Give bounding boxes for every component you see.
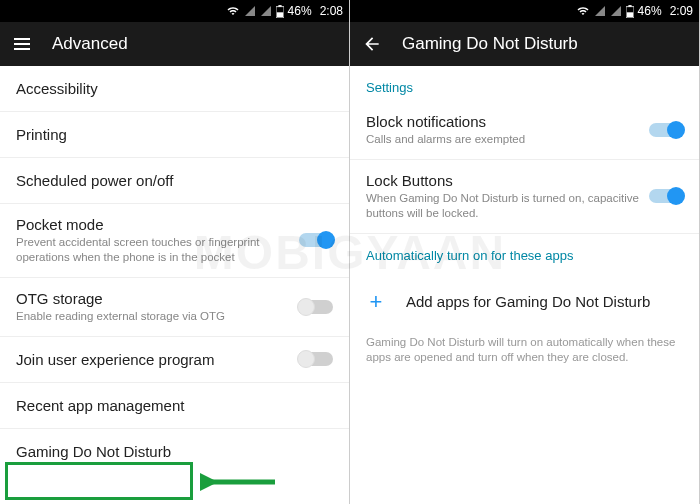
- menu-icon[interactable]: [12, 34, 32, 54]
- app-bar: Advanced: [0, 22, 349, 66]
- svg-rect-2: [276, 12, 282, 17]
- item-lock-buttons[interactable]: Lock ButtonsWhen Gaming Do Not Disturb i…: [350, 160, 699, 234]
- otg-switch[interactable]: [299, 300, 333, 314]
- item-recent-app[interactable]: Recent app management: [0, 383, 349, 429]
- battery-icon: [276, 5, 284, 18]
- battery-icon: [626, 5, 634, 18]
- item-accessibility[interactable]: Accessibility: [0, 66, 349, 112]
- add-apps-label: Add apps for Gaming Do Not Disturb: [406, 293, 650, 310]
- svg-rect-5: [626, 12, 632, 17]
- item-gaming-dnd[interactable]: Gaming Do Not Disturb: [0, 429, 349, 475]
- battery-percent: 46%: [638, 4, 662, 18]
- item-user-experience[interactable]: Join user experience program: [0, 337, 349, 383]
- left-screenshot: 46% 2:08 Advanced Accessibility Printing…: [0, 0, 350, 504]
- settings-list: Settings Block notificationsCalls and al…: [350, 66, 699, 504]
- arrow-annotation: [200, 470, 280, 494]
- lock-buttons-switch[interactable]: [649, 189, 683, 203]
- svg-rect-1: [278, 5, 281, 7]
- battery-percent: 46%: [288, 4, 312, 18]
- item-block-notifications[interactable]: Block notificationsCalls and alarms are …: [350, 101, 699, 160]
- app-bar-title: Gaming Do Not Disturb: [402, 34, 578, 54]
- svg-rect-4: [628, 5, 631, 7]
- wifi-icon: [226, 5, 240, 17]
- item-printing[interactable]: Printing: [0, 112, 349, 158]
- auto-turn-on-link[interactable]: Automatically turn on for these apps: [350, 234, 699, 273]
- app-bar: Gaming Do Not Disturb: [350, 22, 699, 66]
- settings-list: Accessibility Printing Scheduled power o…: [0, 66, 349, 504]
- app-bar-title: Advanced: [52, 34, 128, 54]
- section-header: Settings: [350, 66, 699, 101]
- status-bar: 46% 2:08: [0, 0, 349, 22]
- uep-switch[interactable]: [299, 352, 333, 366]
- item-scheduled-power[interactable]: Scheduled power on/off: [0, 158, 349, 204]
- footnote: Gaming Do Not Disturb will turn on autom…: [350, 331, 699, 382]
- signal-icon-2: [610, 5, 622, 17]
- block-notifications-switch[interactable]: [649, 123, 683, 137]
- add-apps-button[interactable]: + Add apps for Gaming Do Not Disturb: [350, 273, 699, 331]
- pocket-mode-switch[interactable]: [299, 233, 333, 247]
- right-screenshot: 46% 2:09 Gaming Do Not Disturb Settings …: [350, 0, 700, 504]
- status-bar: 46% 2:09: [350, 0, 699, 22]
- plus-icon: +: [366, 289, 386, 315]
- back-icon[interactable]: [362, 34, 382, 54]
- signal-icon: [594, 5, 606, 17]
- item-otg-storage[interactable]: OTG storageEnable reading external stora…: [0, 278, 349, 337]
- clock: 2:08: [320, 4, 343, 18]
- wifi-icon: [576, 5, 590, 17]
- clock: 2:09: [670, 4, 693, 18]
- signal-icon: [244, 5, 256, 17]
- item-pocket-mode[interactable]: Pocket modePrevent accidental screen tou…: [0, 204, 349, 278]
- signal-icon-2: [260, 5, 272, 17]
